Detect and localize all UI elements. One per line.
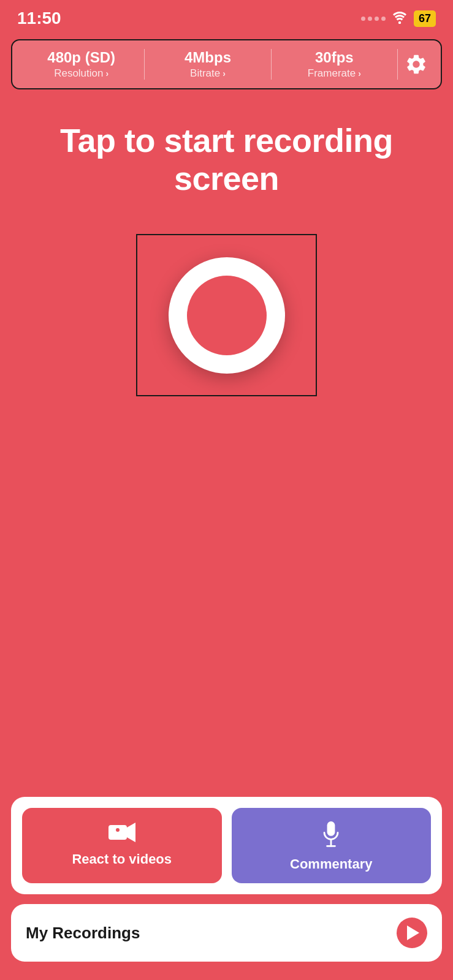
microphone-icon [322, 821, 340, 850]
framerate-label: Framerate › [272, 67, 397, 80]
status-right: 67 [361, 10, 436, 27]
record-area [0, 234, 453, 396]
resolution-setting[interactable]: 480p (SD) Resolution › [18, 49, 145, 80]
status-time: 11:50 [17, 9, 61, 28]
chevron-right-icon: › [358, 69, 361, 78]
my-recordings-card[interactable]: My Recordings [11, 904, 442, 962]
action-buttons-card: React to videos Commentary [11, 797, 442, 894]
recordings-label: My Recordings [26, 924, 140, 943]
bitrate-setting[interactable]: 4Mbps Bitrate › [145, 49, 271, 80]
play-icon [407, 925, 419, 940]
signal-icon [361, 17, 386, 21]
svg-marker-2 [127, 823, 135, 842]
bottom-card: React to videos Commentary My Recordings [11, 797, 442, 962]
commentary-button[interactable]: Commentary [232, 808, 432, 883]
framerate-value: 30fps [272, 49, 397, 66]
gear-icon [405, 53, 428, 76]
bitrate-value: 4Mbps [145, 49, 270, 66]
react-to-videos-button[interactable]: React to videos [22, 808, 222, 883]
bitrate-label: Bitrate › [145, 67, 270, 80]
resolution-value: 480p (SD) [18, 49, 144, 66]
framerate-setting[interactable]: 30fps Framerate › [272, 49, 398, 80]
main-heading: Tap to start recording screen [25, 121, 428, 197]
resolution-label: Resolution › [18, 67, 144, 80]
svg-point-3 [116, 828, 120, 832]
svg-rect-4 [327, 821, 335, 836]
svg-rect-1 [108, 825, 127, 840]
record-button[interactable] [136, 234, 317, 396]
svg-point-0 [398, 21, 401, 24]
settings-bar[interactable]: 480p (SD) Resolution › 4Mbps Bitrate › 3… [11, 39, 442, 89]
chevron-right-icon: › [223, 69, 226, 78]
status-bar: 11:50 67 [0, 0, 453, 34]
chevron-right-icon: › [105, 69, 108, 78]
record-button-inner[interactable] [169, 257, 285, 374]
record-circle [187, 276, 267, 355]
settings-button[interactable] [398, 53, 435, 76]
battery-indicator: 67 [414, 10, 436, 27]
wifi-icon [392, 10, 408, 26]
video-camera-icon [108, 821, 135, 845]
react-button-label: React to videos [72, 851, 172, 867]
commentary-button-label: Commentary [290, 856, 372, 872]
play-button[interactable] [397, 918, 427, 948]
